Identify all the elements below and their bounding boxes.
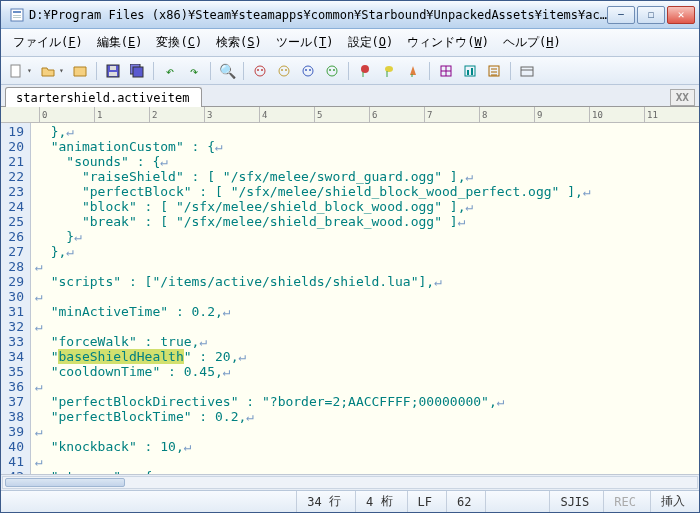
svg-rect-2 [13,15,21,16]
face-icon-3[interactable] [297,60,319,82]
menubar: ファイル(F) 編集(E) 変換(C) 検索(S) ツール(T) 設定(O) ウ… [1,29,699,57]
tool-icon-2[interactable] [459,60,481,82]
svg-rect-26 [467,70,469,75]
svg-rect-29 [521,67,533,76]
menu-search[interactable]: 検索(S) [210,32,268,53]
svg-point-22 [361,65,369,73]
status-insert-mode: 挿入 [650,491,695,512]
svg-rect-3 [13,17,21,18]
marker-icon-3[interactable] [402,60,424,82]
menu-help[interactable]: ヘルプ(H) [497,32,567,53]
horizontal-scrollbar[interactable] [1,474,699,490]
face-icon-4[interactable] [321,60,343,82]
svg-rect-27 [471,68,473,75]
window-title: D:¥Program Files (x86)¥Steam¥steamapps¥c… [29,8,607,22]
svg-point-15 [285,69,287,71]
status-codepoint: 62 [446,491,481,512]
svg-point-12 [261,69,263,71]
save-all-icon[interactable] [126,60,148,82]
status-encoding: SJIS [549,491,599,512]
status-spacer [5,491,292,512]
close-all-tabs-button[interactable]: XX [670,89,695,106]
svg-point-16 [303,66,313,76]
ruler: 01234567891011 [1,107,699,123]
tab-active[interactable]: startershield.activeitem [5,87,202,107]
svg-rect-25 [465,66,475,76]
menu-convert[interactable]: 変換(C) [150,32,208,53]
editor[interactable]: 1920212223242526272829303132333435363738… [1,123,699,474]
menu-file[interactable]: ファイル(F) [7,32,89,53]
redo-icon[interactable]: ↷ [183,60,205,82]
status-eol: LF [407,491,442,512]
tool-icon-4[interactable] [516,60,538,82]
dropdown-icon[interactable]: ▾ [59,66,67,75]
menu-tools[interactable]: ツール(T) [270,32,340,53]
app-window: D:¥Program Files (x86)¥Steam¥steamapps¥c… [0,0,700,513]
svg-point-17 [305,69,307,71]
svg-rect-6 [109,72,117,76]
svg-point-20 [329,69,331,71]
line-number-gutter: 1920212223242526272829303132333435363738… [1,123,31,474]
status-rec: REC [603,491,646,512]
tabbar: startershield.activeitem XX [1,85,699,107]
face-icon-1[interactable] [249,60,271,82]
dropdown-icon[interactable]: ▾ [27,66,35,75]
svg-point-18 [309,69,311,71]
save-icon[interactable] [102,60,124,82]
tab-label: startershield.activeitem [16,91,189,105]
statusbar: 34 行 4 桁 LF 62 SJIS REC 挿入 [1,490,699,512]
close-button[interactable]: ✕ [667,6,695,24]
svg-point-23 [385,66,393,72]
app-icon [9,7,25,23]
tool-icon-3[interactable] [483,60,505,82]
svg-rect-7 [110,66,116,70]
svg-rect-4 [11,65,20,77]
svg-point-13 [279,66,289,76]
new-file-icon[interactable] [5,60,27,82]
menu-edit[interactable]: 編集(E) [91,32,149,53]
menu-settings[interactable]: 設定(O) [342,32,400,53]
tool-icon-1[interactable] [435,60,457,82]
face-icon-2[interactable] [273,60,295,82]
maximize-button[interactable]: ☐ [637,6,665,24]
search-icon[interactable]: 🔍 [216,60,238,82]
undo-icon[interactable]: ↶ [159,60,181,82]
svg-point-21 [333,69,335,71]
marker-icon-2[interactable] [378,60,400,82]
status-column: 4 桁 [355,491,402,512]
toolbar: ▾ ▾ ↶ ↷ 🔍 [1,57,699,85]
marker-icon-1[interactable] [354,60,376,82]
code-area[interactable]: },↵ "animationCustom" : {↵ "sounds" : {↵… [31,123,699,474]
status-line: 34 行 [296,491,351,512]
minimize-button[interactable]: − [607,6,635,24]
status-blank [485,491,545,512]
svg-point-11 [257,69,259,71]
scrollbar-thumb[interactable] [5,478,125,487]
close-file-icon[interactable] [69,60,91,82]
titlebar[interactable]: D:¥Program Files (x86)¥Steam¥steamapps¥c… [1,1,699,29]
svg-point-10 [255,66,265,76]
menu-window[interactable]: ウィンドウ(W) [401,32,495,53]
svg-point-19 [327,66,337,76]
svg-point-14 [281,69,283,71]
open-file-icon[interactable] [37,60,59,82]
svg-rect-1 [13,11,21,13]
svg-rect-9 [133,67,143,77]
